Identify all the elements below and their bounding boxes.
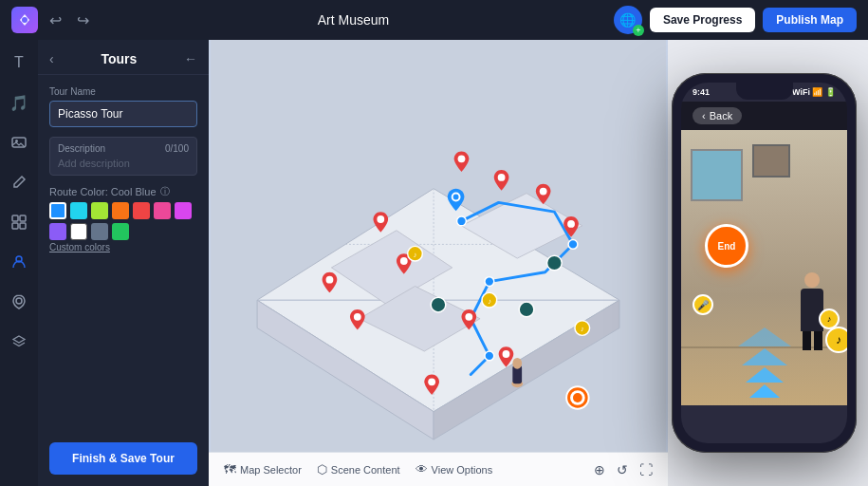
svg-point-23 [458,155,466,162]
scene-content-icon: ⬡ [317,462,327,477]
globe-button[interactable]: 🌐 + [614,6,642,34]
rotate-tool[interactable]: ↺ [617,462,628,477]
map-svg: ♪ ♪ ♪ [209,40,668,486]
svg-point-25 [540,188,547,196]
svg-point-43 [547,255,563,271]
scene-content-tool[interactable]: ⬡ Scene Content [317,462,400,477]
svg-point-24 [498,174,506,181]
plus-badge: + [633,25,644,36]
person-leg-right [814,331,822,350]
svg-point-2 [15,140,18,142]
phone-ar-scene: End 🎤 ♪ ♪ [681,130,847,405]
svg-text:♪: ♪ [581,325,584,333]
svg-point-50 [573,393,582,402]
info-icon: ⓘ [160,185,170,198]
svg-point-47 [512,358,522,369]
mic-pin-3: ♪ [825,327,847,353]
svg-point-44 [519,302,534,317]
desc-label-row: Description 0/100 [58,143,189,154]
artwork-center-left [752,144,790,178]
swatch-blue[interactable] [49,202,66,219]
tour-name-input[interactable] [49,101,197,127]
bottom-bar: 🗺 Map Selector ⬡ Scene Content 👁 View Op… [209,452,668,486]
panel-close-button[interactable]: ← [184,51,197,66]
description-count: 0/100 [165,143,189,154]
view-options-label: View Options [432,464,493,476]
svg-point-31 [428,378,435,385]
swatch-fuchsia[interactable] [175,202,192,219]
swatch-violet[interactable] [49,223,66,240]
person [801,272,823,350]
map-area[interactable]: ♪ ♪ ♪ 🗺 [209,40,668,486]
sidebar-icon-tours[interactable] [4,249,34,275]
scene-content-label: Scene Content [331,464,400,476]
svg-rect-5 [12,223,18,229]
main-area: T 🎵 ‹ Tours ← Tour Name [0,40,868,486]
svg-point-42 [431,297,446,312]
custom-colors-link[interactable]: Custom colors [49,242,197,252]
phone-back-button[interactable]: ‹ Back [693,107,742,124]
ar-arrows [738,327,791,398]
fullscreen-tool[interactable]: ⛶ [639,462,653,477]
svg-point-21 [485,277,494,287]
map-selector-label: Map Selector [240,464,302,476]
sidebar-icon-audio[interactable]: 🎵 [4,89,34,116]
panel-back-arrow[interactable]: ‹ [49,51,54,66]
description-box: Description 0/100 Add description [49,137,197,176]
svg-point-22 [485,351,494,361]
sidebar-icon-location[interactable] [4,289,34,315]
svg-text:♪: ♪ [414,251,417,259]
swatch-cyan[interactable] [70,202,87,219]
panel-header: ‹ Tours ← [38,40,209,75]
sidebar-icon-text[interactable]: T [4,49,34,76]
phone-mockup: 9:41 ▲ WiFi 📶 🔋 ‹ Back [672,73,857,453]
phone-time: 9:41 [693,87,710,97]
sidebar-icon-image[interactable] [4,129,34,156]
publish-button[interactable]: Publish Map [763,8,857,32]
artwork-left [691,149,743,201]
phone-outer: 9:41 ▲ WiFi 📶 🔋 ‹ Back [672,73,857,453]
sidebar-icon-layers[interactable] [4,328,34,355]
top-bar: ↩ ↪ Art Museum 🌐 + Save Progress Publish… [0,0,868,40]
swatch-lime[interactable] [91,202,108,219]
swatch-white[interactable] [70,223,87,240]
description-placeholder[interactable]: Add description [58,158,189,169]
sidebar-icon-edit[interactable] [4,169,34,196]
tour-name-label: Tour Name [49,86,197,97]
ar-arrow-1 [738,327,791,346]
swatch-pink[interactable] [154,202,171,219]
svg-point-8 [16,298,22,304]
swatch-red[interactable] [133,202,150,219]
svg-rect-3 [12,215,18,221]
svg-point-19 [457,216,467,226]
redo-button[interactable]: ↪ [73,8,93,33]
sidebar-icon-grid[interactable] [4,209,34,235]
swatch-green[interactable] [112,223,129,240]
ar-arrow-2 [742,348,787,365]
move-tool[interactable]: ⊕ [594,462,605,477]
person-head [804,272,820,288]
map-selector-icon: 🗺 [224,462,236,477]
tour-name-field-group: Tour Name [49,86,197,127]
route-color-section: Route Color: Cool Blue ⓘ Custom co [49,185,197,252]
swatch-orange[interactable] [112,202,129,219]
panel-title: Tours [101,51,137,66]
bottom-tools: 🗺 Map Selector ⬡ Scene Content 👁 View Op… [224,462,492,477]
swatch-gray[interactable] [91,223,108,240]
end-pin: End [705,224,748,268]
save-button[interactable]: Save Progress [650,8,755,32]
svg-point-0 [22,17,28,23]
svg-point-35 [453,195,459,200]
document-title: Art Museum [101,12,606,28]
route-color-label: Route Color: Cool Blue [49,186,157,197]
ar-arrow-4 [749,384,780,398]
top-bar-left: ↩ ↪ [11,7,93,33]
bottom-right-tools: ⊕ ↺ ⛶ [594,462,653,477]
map-selector-tool[interactable]: 🗺 Map Selector [224,462,302,477]
view-options-tool[interactable]: 👁 View Options [416,462,493,477]
view-options-icon: 👁 [416,462,428,477]
description-label: Description [58,143,105,154]
finish-save-button[interactable]: Finish & Save Tour [49,442,197,475]
app-logo [11,7,38,33]
undo-button[interactable]: ↩ [46,8,65,33]
